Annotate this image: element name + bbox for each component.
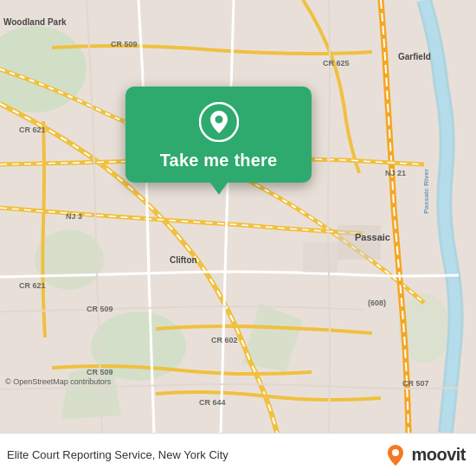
label-cr507: CR 507 [402, 379, 429, 388]
label-cr602: CR 602 [211, 336, 238, 344]
svg-rect-8 [303, 242, 338, 273]
moovit-pin-icon [383, 443, 408, 467]
popup-card: Take me there [125, 87, 312, 183]
label-cr621-bottom: CR 621 [19, 281, 46, 290]
label-garfield: Garfield [398, 52, 431, 61]
label-cr621-top: CR 621 [19, 125, 46, 134]
label-cr509-lower: CR 509 [87, 368, 113, 376]
label-cr644: CR 644 [199, 398, 226, 407]
label-passaic-river: Passaic River [422, 169, 430, 214]
take-me-there-button[interactable]: Take me there [160, 151, 278, 170]
moovit-brand-text: moovit [411, 445, 466, 465]
label-woodland-park: Woodland Park [3, 17, 67, 27]
svg-point-11 [392, 449, 399, 456]
label-cr509-mid: CR 509 [87, 305, 113, 313]
bottom-bar: Elite Court Reporting Service, New York … [0, 433, 476, 476]
label-nj21: NJ 21 [385, 169, 406, 177]
svg-rect-7 [338, 225, 381, 260]
location-label: Elite Court Reporting Service, New York … [7, 448, 228, 461]
label-clifton: Clifton [170, 255, 197, 265]
svg-point-10 [215, 116, 222, 124]
map-attribution: © OpenStreetMap contributors [5, 377, 111, 386]
location-pin-icon [199, 102, 239, 142]
moovit-logo: moovit [383, 443, 466, 467]
label-cr509-top: CR 509 [111, 40, 138, 48]
label-cr625: CR 625 [323, 59, 350, 68]
map-container: Woodland Park Garfield Clifton Passaic C… [0, 0, 476, 433]
label-passaic: Passaic [355, 232, 390, 242]
label-nj3: NJ 3 [66, 212, 82, 221]
label-608: (608) [368, 299, 386, 307]
